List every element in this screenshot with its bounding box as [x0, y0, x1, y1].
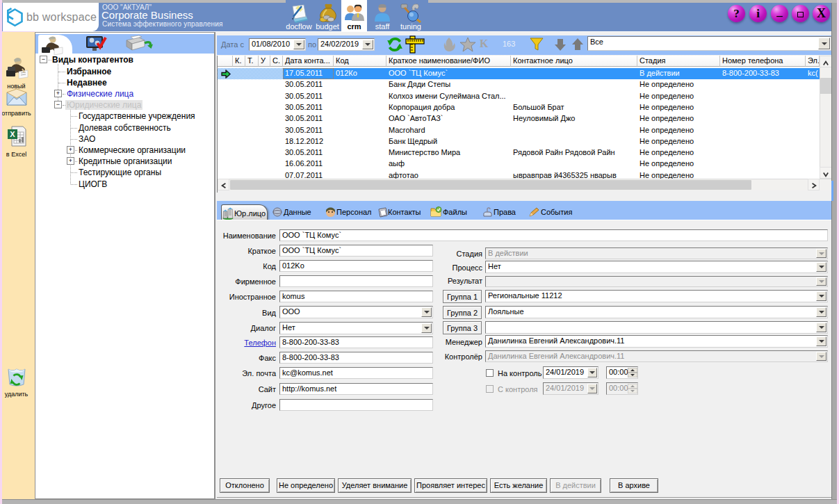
svg-text:X: X [10, 130, 15, 138]
